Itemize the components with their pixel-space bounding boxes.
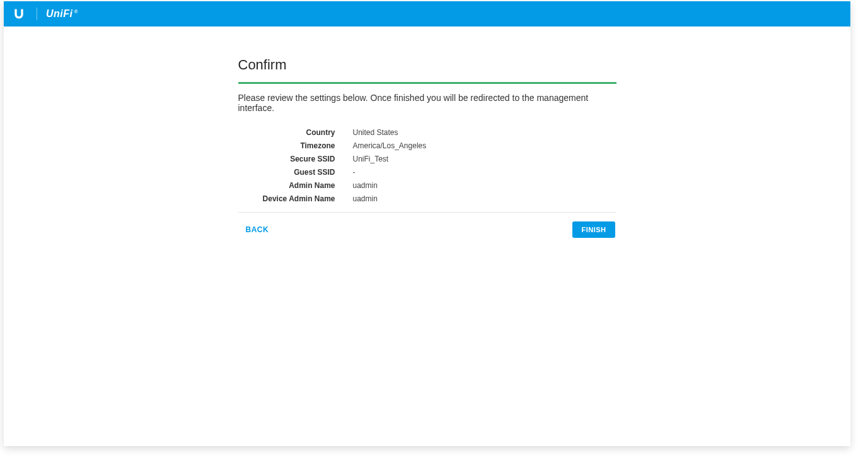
page-description: Please review the settings below. Once f…	[238, 93, 616, 113]
settings-value: UniFi_Test	[353, 155, 389, 163]
settings-row-timezone: Timezone America/Los_Angeles	[238, 141, 616, 150]
unifi-wordmark: UniFi®	[46, 8, 78, 20]
app-window: UniFi® Confirm Please review the setting…	[4, 1, 850, 446]
header-divider	[37, 8, 37, 20]
settings-row-country: Country United States	[238, 128, 616, 137]
back-button[interactable]: BACK	[240, 225, 269, 234]
settings-row-guest-ssid: Guest SSID -	[238, 168, 616, 177]
settings-value: uadmin	[353, 194, 378, 203]
settings-label: Device Admin Name	[238, 194, 353, 203]
brand-word: UniFi	[46, 8, 73, 19]
app-header: UniFi®	[4, 1, 850, 26]
finish-button[interactable]: FINISH	[572, 221, 615, 238]
ubiquiti-logo-icon	[13, 8, 25, 20]
settings-label: Secure SSID	[238, 155, 353, 163]
settings-row-device-admin-name: Device Admin Name uadmin	[238, 194, 616, 203]
wizard-content: Confirm Please review the settings below…	[238, 57, 616, 238]
settings-value: America/Los_Angeles	[353, 141, 427, 150]
settings-row-admin-name: Admin Name uadmin	[238, 181, 616, 190]
settings-label: Admin Name	[238, 181, 353, 190]
settings-value: -	[353, 168, 356, 177]
settings-label: Timezone	[238, 141, 353, 150]
settings-value: uadmin	[353, 181, 378, 190]
settings-summary: Country United States Timezone America/L…	[238, 128, 616, 213]
progress-bar	[238, 82, 616, 84]
settings-label: Guest SSID	[238, 168, 353, 177]
brand-trademark: ®	[74, 9, 78, 15]
settings-value: United States	[353, 128, 398, 137]
page-title: Confirm	[238, 57, 616, 73]
settings-label: Country	[238, 128, 353, 137]
settings-row-secure-ssid: Secure SSID UniFi_Test	[238, 155, 616, 163]
wizard-footer: BACK FINISH	[238, 221, 616, 238]
